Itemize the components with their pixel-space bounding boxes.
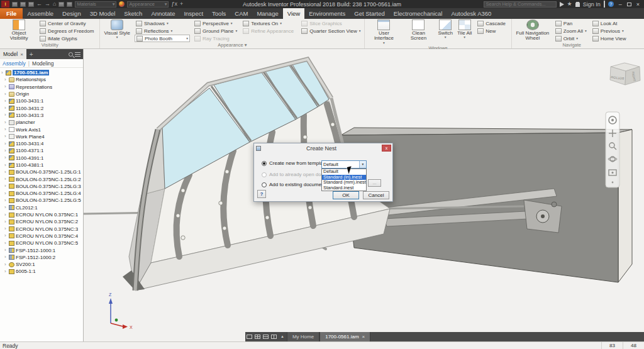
app-store-cart-icon[interactable] (604, 1, 605, 7)
expand-arrow-icon[interactable]: › (4, 198, 9, 203)
my-home-tab[interactable]: My Home (287, 332, 319, 341)
tree-item[interactable]: › 1100-3431:4 (0, 140, 83, 147)
tree-item[interactable]: › ECROU NYLON 0.375NC:4 (0, 233, 83, 240)
ribbon-tab[interactable]: Tools (208, 8, 230, 19)
ribbon-button[interactable]: Refine Appearance (242, 27, 297, 35)
ribbon-button[interactable]: Home View (591, 35, 630, 42)
modeling-link[interactable]: Modeling (32, 60, 54, 67)
collapse-strip-icon[interactable]: ▲ (278, 332, 287, 341)
dropdown-option[interactable]: Standard (mm).inest (322, 180, 366, 186)
ribbon-button[interactable]: Previous ▾ (591, 27, 630, 35)
dropdown-option[interactable]: Standard.inest (322, 186, 366, 191)
tree-item[interactable]: › 6005-1:1 (0, 268, 83, 275)
expand-arrow-icon[interactable]: › (4, 205, 9, 210)
tree-item[interactable]: › BOULON-0.375NC-1.25LG:4 (0, 190, 83, 197)
open-file-icon[interactable] (20, 2, 26, 7)
ribbon-button[interactable]: Ground Plane ▾ (193, 27, 238, 35)
home-icon[interactable]: ⌂ (53, 1, 56, 7)
ribbon-button[interactable]: Reflections ▾ (135, 27, 190, 35)
fx-icon[interactable]: ƒx (171, 1, 177, 7)
ribbon-button[interactable]: Zoom All ▾ (554, 27, 588, 35)
ribbon-tab[interactable]: 3D Model (86, 8, 120, 19)
ribbon-tab[interactable]: Sketch (119, 8, 147, 19)
radio-add-existing[interactable]: Add to existing document (262, 182, 326, 187)
ribbon-tab[interactable]: Environments (304, 8, 350, 19)
tree-item[interactable]: › SV200:1 (0, 261, 83, 268)
tree-item[interactable]: › 1100-3431:1 (0, 97, 83, 104)
object-visibility-button[interactable]: Object Visibility (3, 19, 35, 42)
expand-arrow-icon[interactable]: › (4, 84, 9, 89)
expand-arrow-icon[interactable]: › (4, 177, 9, 182)
expand-arrow-icon[interactable]: › (4, 155, 9, 160)
favorites-star-icon[interactable]: ★ (567, 1, 572, 7)
expand-arrow-icon[interactable]: › (4, 113, 9, 118)
tree-item[interactable]: › BOULON-0.375NC-1.25LG:1 (0, 169, 83, 175)
view-cube[interactable]: BOTTOM RIGHT (610, 63, 640, 85)
expand-arrow-icon[interactable]: › (4, 99, 9, 104)
tile-horizontal-icon[interactable] (263, 335, 269, 339)
expand-arrow-icon[interactable]: › (4, 106, 9, 111)
tile-windows-icon[interactable] (255, 335, 260, 339)
send-feedback-icon[interactable] (560, 2, 564, 7)
expand-arrow-icon[interactable]: › (4, 163, 9, 168)
ribbon-tab[interactable]: Electromechanical (389, 8, 447, 19)
expand-arrow-icon[interactable]: › (4, 148, 9, 153)
ribbon-tab[interactable]: File (0, 8, 23, 19)
tree-item[interactable]: › BOULON-0.375NC-1.25LG:5 (0, 197, 83, 204)
color-wheel-icon[interactable] (119, 1, 125, 7)
tree-item[interactable]: › Work Axis1 (0, 126, 83, 133)
tree-item[interactable]: › Origin (0, 91, 83, 97)
help-icon[interactable]: ? (608, 1, 614, 7)
ribbon-tab[interactable]: Autodesk A360 (447, 8, 496, 19)
browser-menu-icon[interactable] (75, 52, 80, 57)
ribbon-tab[interactable]: View (283, 8, 304, 19)
ribbon-button[interactable]: Shadows ▾ (135, 19, 190, 27)
redo-icon[interactable]: → (45, 1, 50, 7)
expand-arrow-icon[interactable]: › (4, 134, 9, 139)
ribbon-tab[interactable]: Inspect (179, 8, 208, 19)
browse-button[interactable]: ... (368, 179, 381, 187)
tree-item[interactable]: › plancher (0, 119, 83, 126)
undo-icon[interactable]: ← (36, 1, 42, 7)
measure-icon[interactable] (67, 2, 72, 7)
expand-arrow-icon[interactable]: › (4, 141, 9, 147)
add-browser-tab-button[interactable]: + (26, 51, 36, 58)
assembly-link[interactable]: Assembly (3, 60, 26, 67)
tree-item[interactable]: › BOULON-0.375NC-1.25LG:3 (0, 183, 83, 190)
search-icon[interactable] (69, 52, 73, 57)
close-icon[interactable]: × (362, 334, 365, 340)
ribbon-button[interactable]: iMate Glyphs (38, 35, 97, 42)
navbar-menu-icon[interactable] (612, 182, 614, 184)
cancel-button[interactable]: Cancel (363, 191, 389, 199)
expand-arrow-icon[interactable]: › (4, 262, 9, 267)
tree-item[interactable]: › Representations (0, 84, 83, 91)
close-icon[interactable]: × (20, 52, 23, 57)
ribbon-tab[interactable]: Assemble (23, 8, 58, 19)
ribbon-button[interactable]: Look At (591, 19, 630, 27)
radio-create-new[interactable]: Create new from template (262, 160, 327, 166)
chevron-down-icon[interactable]: ▾ (359, 161, 366, 168)
dialog-close-button[interactable]: x (382, 145, 391, 152)
expand-arrow-icon[interactable]: › (4, 191, 9, 196)
visual-style-button[interactable]: Visual Style ▾ (103, 19, 131, 40)
tree-item[interactable]: › Relationships (0, 76, 83, 83)
expand-arrow-icon[interactable]: › (4, 241, 9, 246)
tree-item[interactable]: › ECROU NYLON 0.375NC:2 (0, 218, 83, 225)
expand-arrow-icon[interactable]: › (4, 184, 9, 189)
expand-arrow-icon[interactable]: › (4, 226, 9, 231)
expand-arrow-icon[interactable]: › (4, 92, 9, 97)
tree-item[interactable]: › FSP-1512-1000:1 (0, 247, 83, 253)
cascade-windows-icon[interactable] (247, 335, 252, 339)
tree-item[interactable]: › CL2012:1 (0, 204, 83, 211)
ribbon-button[interactable]: Orbit ▾ (554, 35, 588, 42)
expand-arrow-icon[interactable]: › (4, 120, 9, 125)
expand-arrow-icon[interactable]: › (1, 70, 6, 75)
search-input[interactable] (484, 1, 557, 8)
tree-item[interactable]: › 1700-0561.iam (0, 69, 83, 76)
ribbon-button[interactable]: Perspective ▾ (193, 19, 238, 27)
ribbon-button[interactable]: New (476, 27, 509, 35)
ribbon-tab[interactable]: Get Started (350, 8, 389, 19)
tree-item[interactable]: › ECROU NYLON 0.375NC:1 (0, 211, 83, 218)
user-icon[interactable] (575, 2, 580, 7)
document-tab[interactable]: 1700-0561.iam × (319, 332, 370, 341)
